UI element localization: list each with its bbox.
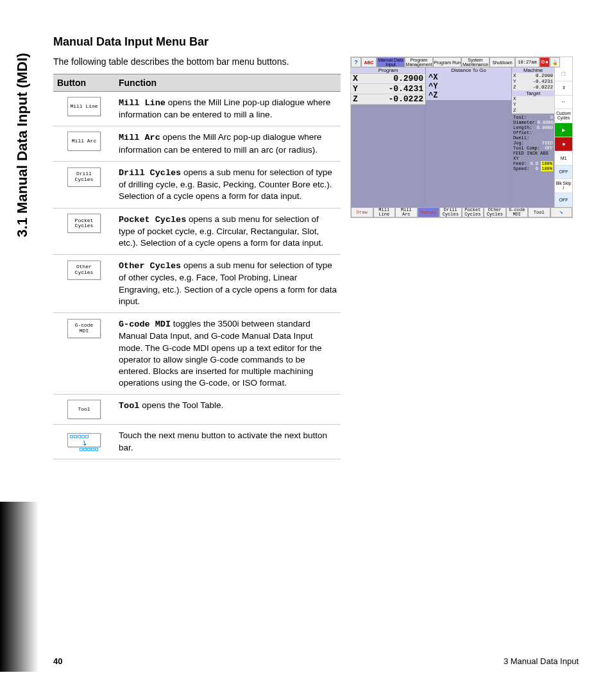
axis-icon-m[interactable]: ⬚ <box>555 67 572 81</box>
coord-z: Z-0.0222 <box>351 94 425 105</box>
desc-cell: Mill Line opens the Mill Line pop-up dia… <box>115 92 341 126</box>
section-tab-label: 3.1 Manual Data Input (MDI) <box>14 53 31 237</box>
dtgo-y: ^Y <box>426 82 511 91</box>
gcode-mdi-soft-button[interactable]: G-codeMDI <box>506 207 529 218</box>
desc-cell: Other Cycles opens a sub menu for select… <box>115 255 341 313</box>
blkskip-toggle[interactable]: OFF <box>555 193 572 207</box>
table-row: DrillCycles Drill Cycles opens a sub men… <box>53 161 341 208</box>
pocket-cycles-button[interactable]: PocketCycles <box>67 214 101 233</box>
program-run-tab[interactable]: Program Run <box>433 57 461 67</box>
help-button[interactable]: ? <box>351 57 361 67</box>
desc-cell: Mill Arc opens the Mill Arc pop-up dialo… <box>115 126 341 161</box>
program-panel: Program X0.2900 Y-0.4231 Z-0.0222 <box>351 67 425 207</box>
program-header: Program <box>351 67 425 74</box>
system-maintenance-tab[interactable]: SystemMaintenance <box>461 57 489 67</box>
drill-cycles-button[interactable]: DrillCycles <box>67 167 101 187</box>
manual-data-input-tab[interactable]: Manual DataInput <box>377 57 405 67</box>
mill-line-button[interactable]: Mill Line <box>67 97 101 116</box>
th-button: Button <box>53 74 115 92</box>
draw-button[interactable]: Draw <box>351 207 373 218</box>
mill-arc-soft-button[interactable]: Mill Arc <box>395 207 418 218</box>
machine-header: Machine <box>512 67 554 73</box>
table-row: OtherCycles Other Cycles opens a sub men… <box>53 255 341 313</box>
gcode-mdi-button[interactable]: G-codeMDI <box>67 319 101 338</box>
tool-button[interactable]: Tool <box>67 400 101 419</box>
manual-soft-button[interactable]: Manual <box>418 207 440 218</box>
other-cycles-soft-button[interactable]: OtherCycles <box>484 207 506 218</box>
desc-cell: Pocket Cycles opens a sub menu for selec… <box>115 208 341 255</box>
axis-icon-s[interactable]: ⇕ <box>555 81 572 96</box>
program-management-tab[interactable]: ProgramManagement <box>405 57 433 67</box>
distance-to-go-panel: Distance To Go ^X ^Y ^Z <box>425 67 512 207</box>
side-gradient <box>0 502 38 672</box>
mdi-screenshot: ? ABC Manual DataInput ProgramManagement… <box>350 56 573 218</box>
th-function: Function <box>115 74 341 92</box>
dtgo-z: ^Z <box>426 91 511 100</box>
target-z: Z <box>512 108 554 114</box>
m1-label: M1 <box>555 151 572 166</box>
intro-text: The following table describes the bottom… <box>53 56 342 67</box>
page-number: 40 <box>53 656 62 666</box>
table-row: ↘ Touch the next menu button to activate… <box>53 425 341 459</box>
table-row: Mill Arc Mill Arc opens the Mill Arc pop… <box>53 126 341 161</box>
next-bar-button[interactable]: ↘ <box>550 207 573 218</box>
m1-toggle[interactable]: OFF <box>555 166 572 180</box>
page-heading: Manual Data Input Menu Bar <box>53 35 208 49</box>
table-row: G-codeMDI G-code MDI toggles the 3500i b… <box>53 313 341 395</box>
topbar: ? ABC Manual DataInput ProgramManagement… <box>351 57 572 67</box>
bottom-bar: Draw Mill Line Mill Arc Manual DrillCycl… <box>351 207 572 218</box>
spindle-icon[interactable]: ↔ <box>555 96 572 110</box>
abc-button[interactable]: ABC <box>361 57 377 67</box>
target-header: Target <box>512 90 554 96</box>
table-row: Mill Line Mill Line opens the Mill Line … <box>53 92 341 126</box>
arrow-icon: ↘ <box>79 438 89 448</box>
desc-cell: Tool opens the Tool Table. <box>115 395 341 425</box>
machine-z: Z-0.0222 <box>512 85 554 90</box>
menu-button-table: Button Function Mill Line Mill Line open… <box>53 74 341 459</box>
coord-y: Y-0.4231 <box>351 84 425 94</box>
desc-cell: Touch the next menu button to activate t… <box>115 425 341 459</box>
chapter-label: 3 Manual Data Input <box>504 656 579 666</box>
desc-cell: G-code MDI toggles the 3500i between sta… <box>115 313 341 395</box>
target-x: X <box>512 96 554 102</box>
machine-panel: Machine X0.2900 Y-0.4231 Z-0.0222 Target… <box>512 67 554 207</box>
alert-icon[interactable]: ⊘● <box>540 57 550 67</box>
machine-x: X0.2900 <box>512 73 554 79</box>
info-block: Tool:0 Diameter:0.0000 Length:0.0000 Off… <box>512 114 554 207</box>
pocket-cycles-soft-button[interactable]: PocketCycles <box>462 207 484 218</box>
drill-cycles-soft-button[interactable]: DrillCycles <box>439 207 462 218</box>
clock: 10:27am <box>515 57 540 67</box>
table-row: Tool Tool opens the Tool Table. <box>53 395 341 425</box>
dtgo-x: ^X <box>426 73 511 82</box>
side-icons: ⬚ ⇕ ↔ Custom Cycles ▶ ■ M1 OFF Blk Skip … <box>554 67 572 207</box>
target-y: Y <box>512 102 554 108</box>
blkskip-label: Blk Skip / <box>555 179 572 193</box>
machine-y: Y-0.4231 <box>512 79 554 85</box>
mill-arc-button[interactable]: Mill Arc <box>67 132 101 151</box>
dtgo-header: Distance To Go <box>426 67 511 73</box>
run-icon[interactable]: ▶ <box>555 123 572 137</box>
stop-icon[interactable]: ■ <box>555 137 572 151</box>
mill-line-soft-button[interactable]: Mill Line <box>373 207 396 218</box>
shutdown-button[interactable]: Shutdown <box>489 57 515 67</box>
other-cycles-button[interactable]: OtherCycles <box>67 260 101 280</box>
desc-cell: Drill Cycles opens a sub menu for select… <box>115 161 341 208</box>
section-tab: 3.1 Manual Data Input (MDI) <box>12 31 33 259</box>
lock-icon[interactable]: 🔓 <box>550 57 560 67</box>
custom-cycles[interactable]: Custom Cycles <box>555 109 572 123</box>
coord-x: X0.2900 <box>351 74 425 84</box>
tool-soft-button[interactable]: Tool <box>528 207 550 218</box>
table-row: PocketCycles Pocket Cycles opens a sub m… <box>53 208 341 255</box>
next-menu-button[interactable]: ↘ <box>67 433 101 447</box>
